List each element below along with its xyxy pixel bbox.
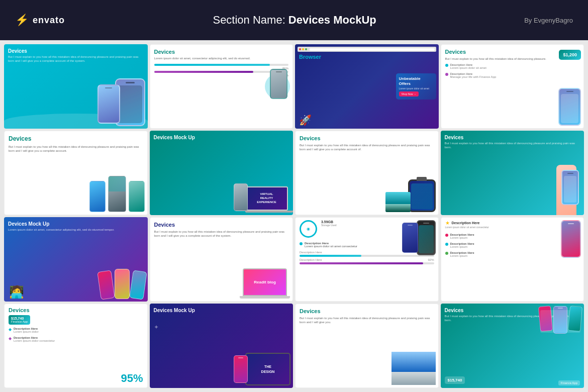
phone-3 xyxy=(129,181,145,212)
logo-text: envato xyxy=(33,15,65,26)
price-tag: $15,740 xyxy=(445,376,465,384)
desc-diamond-1: ◆ Description HereLorem ipsum dolor xyxy=(5,326,147,335)
header: ⚡ envato Section Name: Devices MockUp By… xyxy=(0,0,588,40)
slide-r3c4[interactable]: ★ Description Here Lorem ipsum dolor sit… xyxy=(441,217,584,302)
price-2: $15,740 xyxy=(11,317,28,320)
slide-desc: Lorem ipsum dolor sit amet, consectetur … xyxy=(150,56,293,61)
finance-app-label: Finance App xyxy=(558,380,580,385)
slide-desc: But I must explain to you how all this m… xyxy=(4,55,148,63)
slide-r4c3[interactable]: Devices But I must explain to you how al… xyxy=(295,304,439,388)
slide-r1c3[interactable]: Browser Unbeatable Offers Lorem ipsum do… xyxy=(295,44,439,129)
slide-desc: But I must explain to you how all this m… xyxy=(296,315,438,326)
slide-desc: But I must explain to you how all this m… xyxy=(441,141,584,150)
offer-btn[interactable]: Shop Now → xyxy=(399,91,419,96)
slide-desc: But I must explain to you how all this m… xyxy=(5,144,147,154)
slide-grid: Devices But I must explain to you how al… xyxy=(0,40,588,392)
slide-title: Devices Mock Up xyxy=(150,304,293,314)
phones-group xyxy=(89,176,145,212)
phone-float-2 xyxy=(115,269,130,299)
phone-1 xyxy=(89,181,106,212)
laptop-base xyxy=(240,296,290,299)
watch-group xyxy=(408,179,436,212)
phone-float-3 xyxy=(129,270,147,300)
vr-screen: VIRTUALREALITYEXPERIENCE xyxy=(245,186,290,213)
slide-r4c4[interactable]: Devices But I must explain to you how al… xyxy=(441,304,584,388)
slide-r3c3[interactable]: ◉ 3.59GB Storage Used Description HereLo… xyxy=(295,217,439,302)
storage-info: 3.59GB Storage Used xyxy=(321,220,337,238)
slide-title: Devices xyxy=(4,44,148,55)
monitor-group xyxy=(391,352,436,385)
slide-r4c2[interactable]: Devices Mock Up THEDESIGN ✦ xyxy=(150,304,293,388)
tablet-group: THEDESIGN xyxy=(245,353,290,385)
logo-area: ⚡ envato xyxy=(15,14,65,27)
header-by: By EvgenyBagro xyxy=(524,17,573,24)
slide-r1c4[interactable]: Devices But I must explain to you how al… xyxy=(441,44,584,129)
slide-title: Devices xyxy=(441,131,584,141)
slide-r2c1[interactable]: Devices But I must explain to you how al… xyxy=(4,131,148,215)
phone-float-1 xyxy=(97,270,115,300)
rating-row: ★ Description Here xyxy=(445,220,580,226)
phone-colorful xyxy=(561,220,581,258)
laptop-screen: Readit blog xyxy=(243,268,287,296)
slide-title: Devices xyxy=(150,218,293,229)
browser-bar xyxy=(298,47,436,52)
slide-title: Devices xyxy=(296,304,438,315)
slide-r4c1[interactable]: Devices $15,740 Finance App ◆ Descriptio… xyxy=(4,304,148,388)
phone-stack xyxy=(539,306,581,334)
slide-title: Devices Mock Up xyxy=(150,131,293,141)
slide-desc: But I must explain to you how all this m… xyxy=(296,142,438,153)
desc-text-1: Lorem ipsum dolor sit amet consectetur xyxy=(445,226,580,229)
slide-desc: But I must explain to you how all this m… xyxy=(150,229,293,239)
title-bold: Devices MockUp xyxy=(288,14,376,26)
phone-beside-tablet xyxy=(234,355,248,383)
phones-floating xyxy=(99,269,145,299)
phone-blue xyxy=(402,223,418,253)
slide-r2c2[interactable]: Devices Mock Up VIRTUALREALITYEXPERIENCE xyxy=(150,131,293,215)
watch-body xyxy=(408,179,436,212)
offer-sub: Lorem ipsum dolor sit amet xyxy=(399,87,433,90)
slide-r2c4[interactable]: Devices But I must explain to you how al… xyxy=(441,131,584,215)
finance-card-1: $15,740 Finance App xyxy=(9,315,30,325)
slide-title: Devices xyxy=(296,131,438,142)
slide-r1c2[interactable]: Devices Lorem ipsum dolor sit amet, cons… xyxy=(150,44,293,129)
slide-title: Browser xyxy=(295,53,439,61)
app-name: Finance App xyxy=(11,320,28,323)
desc-item-2: Description HereManage your life with Fi… xyxy=(441,71,584,80)
character-illustration xyxy=(260,69,290,104)
finance-phone xyxy=(558,88,581,126)
hand-phone xyxy=(546,160,581,215)
offer-title: Unbeatable Offers xyxy=(399,76,433,86)
price-card: $1,200 xyxy=(559,50,581,60)
landscape-photo xyxy=(385,192,411,212)
phone-s2 xyxy=(553,306,567,334)
star-icon: ★ xyxy=(445,220,450,226)
phone-beside-monitor xyxy=(234,183,248,211)
slide-r2c3[interactable]: Devices But I must explain to you how al… xyxy=(295,131,439,215)
offer-banner: Unbeatable Offers Lorem ipsum dolor sit … xyxy=(396,73,436,100)
laptop: Readit blog xyxy=(243,268,290,299)
desc-diamond-2: ◆ Description HereLorem ipsum dolor cons… xyxy=(5,335,147,344)
storage-value: 3.59GB xyxy=(321,220,337,224)
phone-in-hand xyxy=(561,170,579,205)
rocket-icon: 🚀 xyxy=(299,114,312,126)
phone-dark xyxy=(417,220,436,255)
slide-r1c1[interactable]: Devices But I must explain to you how al… xyxy=(4,44,148,129)
finance-cards: $15,740 Finance App xyxy=(5,314,147,326)
city-photo xyxy=(393,353,435,378)
phone-2 xyxy=(108,176,126,212)
slide-title: Devices Mock Up xyxy=(4,217,148,228)
tablet-screen: THEDESIGN xyxy=(245,353,290,385)
monitor-screen xyxy=(391,352,436,379)
desc-title-1: Description Here xyxy=(452,221,480,225)
price-value: $1,200 xyxy=(563,52,577,57)
circ-icon: ◉ xyxy=(300,220,317,238)
manage-app-text: Manage your life with Finance App xyxy=(450,75,497,78)
slide-desc: Lorem ipsum dolor sit amet, consectetur … xyxy=(4,228,148,232)
slide-title: Devices xyxy=(5,304,147,314)
slide-r3c1[interactable]: Devices Mock Up Lorem ipsum dolor sit am… xyxy=(4,217,148,302)
envato-icon: ⚡ xyxy=(15,14,29,27)
monitor-base xyxy=(245,211,293,213)
slide-r3c2[interactable]: Devices But I must explain to you how al… xyxy=(150,217,293,302)
deco-star: ✦ xyxy=(154,324,159,331)
desc-item-1: Description HereLorem ipsum dolor sit am… xyxy=(441,62,584,71)
